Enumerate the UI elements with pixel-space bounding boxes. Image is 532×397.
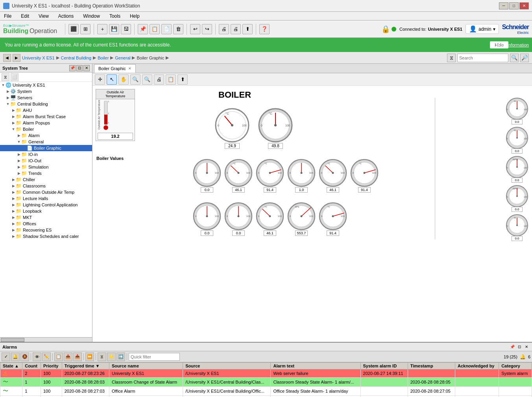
gt-zoom-out-btn[interactable]: 🔍 — [142, 74, 152, 85]
maximize-button[interactable]: □ — [509, 2, 519, 9]
gt-print-btn[interactable]: 🖨 — [154, 74, 164, 85]
close-button[interactable]: ✕ — [519, 2, 529, 9]
col-source-name[interactable]: Source name — [109, 363, 183, 369]
alarm-down-button[interactable]: 📥 — [73, 352, 82, 361]
menu-edit[interactable]: Edit — [18, 13, 31, 20]
bc-general[interactable]: General — [115, 56, 130, 60]
tb-save2-btn[interactable]: 🖫 — [121, 24, 131, 34]
tree-node-io-in[interactable]: ▶ 📁 IO-in — [0, 151, 92, 158]
tree-node-chiller[interactable]: ▶ 📁 Chiller — [0, 176, 92, 183]
tree-node-system[interactable]: ▶ ⚙️ System — [0, 88, 92, 95]
tb-copy-btn[interactable]: 📋 — [150, 24, 160, 34]
tb-print-btn[interactable]: 🖨 — [219, 24, 229, 34]
tree-scroll-area[interactable]: ▼ 🌐 University X ES1 ▶ ⚙️ System ▶ 🖥️ Se… — [0, 82, 92, 337]
tree-node-classrooms[interactable]: ▶ 📁 Classrooms — [0, 183, 92, 189]
tab-close-button[interactable]: ✕ — [128, 67, 131, 70]
nav-back-button[interactable]: ◀ — [3, 54, 11, 62]
tb-export-btn[interactable]: ⬆ — [242, 24, 253, 34]
tree-close-button[interactable]: ✕ — [83, 65, 90, 71]
alarm-bell-off-button[interactable]: 🔕 — [20, 352, 29, 361]
gt-export2-btn[interactable]: ⬆ — [177, 74, 188, 85]
alarm-edit-button[interactable]: ✏️ — [42, 352, 51, 361]
tree-hscrollbar[interactable] — [0, 337, 92, 342]
tb-pin-btn[interactable]: 📌 — [138, 24, 148, 34]
gt-pointer-btn[interactable]: ↖ — [107, 74, 117, 85]
menu-actions[interactable]: Actions — [56, 13, 76, 20]
alarm-row-0[interactable]: ⚠ 2 100 2020-08-27 08:23:26 University X… — [0, 369, 532, 378]
tree-node-ahu[interactable]: ▶ 📁 AHU — [0, 107, 92, 113]
alarm-row-3[interactable]: 〜 1 100 2020-08-28 00:19:32 OverRun Alar… — [0, 396, 532, 397]
tree-node-io-out[interactable]: ▶ 📁 IO-Out — [0, 158, 92, 164]
tb-help-btn[interactable]: ❓ — [259, 24, 270, 34]
tree-node-recovering[interactable]: ▶ 📁 Recovering ES — [0, 227, 92, 233]
alarm-up-button[interactable]: 📤 — [64, 352, 72, 361]
col-timestamp[interactable]: Timestamp — [408, 363, 455, 369]
alarm-ack-button[interactable]: ✓ — [2, 352, 10, 361]
menu-window[interactable]: Window — [81, 13, 102, 20]
tree-node-servers[interactable]: ▶ 🖥️ Servers — [0, 95, 92, 101]
tree-filter-button[interactable]: ⧖ — [2, 73, 9, 81]
tb-redo-btn[interactable]: ↪ — [202, 24, 212, 34]
gt-copy2-btn[interactable]: 📋 — [166, 74, 176, 85]
col-count[interactable]: Count — [22, 363, 41, 369]
tb-add-btn[interactable]: ＋ — [97, 24, 107, 34]
alarm-bell-on-button[interactable]: 🔔 — [11, 352, 20, 361]
tree-node-shadow[interactable]: ▶ 📁 Shadow Schedules and caler — [0, 233, 92, 239]
alarms-close-button[interactable]: ✕ — [523, 344, 530, 350]
tree-node-alarm-popups[interactable]: ▶ 📁 Alarm Popups — [0, 120, 92, 126]
alarm-note-button[interactable]: 📋 — [54, 352, 63, 361]
tree-node-simulation[interactable]: ▶ 📁 Simulation — [0, 164, 92, 170]
tree-node-lecture-halls[interactable]: ▶ 📁 Lecture Halls — [0, 195, 92, 202]
alarm-arrow-button[interactable]: ➡️ — [116, 352, 125, 361]
alarm-star-button[interactable]: ⭐ — [107, 352, 116, 361]
bc-boiler[interactable]: Boiler — [98, 56, 109, 60]
tree-pin-button[interactable]: 📌 — [69, 65, 76, 71]
tree-node-university[interactable]: ▼ 🌐 University X ES1 — [0, 82, 92, 88]
tree-node-loopback[interactable]: ▶ 📁 Loopback — [0, 208, 92, 214]
alarm-filter-button[interactable]: ⧖ — [98, 352, 106, 361]
menu-file[interactable]: File — [2, 13, 14, 20]
tb-grid-btn[interactable]: ⊞ — [80, 24, 91, 34]
col-sys-alarm-id[interactable]: System alarm ID — [360, 363, 408, 369]
tree-node-mkt[interactable]: ▶ 📁 MKT — [0, 214, 92, 221]
minimize-button[interactable]: ─ — [499, 2, 508, 9]
gt-hand-btn[interactable]: ✋ — [118, 74, 129, 85]
more-info-link[interactable]: ℹ More Information — [493, 43, 529, 48]
bc-university[interactable]: University X ES1 — [22, 56, 55, 60]
tb-paste-btn[interactable]: 📄 — [161, 24, 172, 34]
gt-zoom-in-btn[interactable]: 🔍 — [130, 74, 140, 85]
search-button[interactable]: 🔍 — [510, 54, 519, 62]
search-input[interactable] — [457, 54, 508, 62]
breadcrumb-filter-button[interactable]: ⧖ — [447, 54, 456, 62]
tree-expand-button[interactable]: ⬜ — [11, 73, 18, 81]
tab-boiler-graphic[interactable]: Boiler Graphic ✕ — [94, 64, 136, 73]
col-source[interactable]: Source — [183, 363, 271, 369]
menu-tools[interactable]: Tools — [107, 13, 123, 20]
alarm-row-2[interactable]: 〜 1 100 2020-08-28 08:27:03 Office Alarm… — [0, 387, 532, 396]
tree-node-boiler-graphic[interactable]: 📄 Boiler Graphic — [0, 145, 92, 151]
tb-undo-btn[interactable]: ↩ — [190, 24, 200, 34]
menu-view[interactable]: View — [36, 13, 51, 20]
alarms-pin-button[interactable]: 📌 — [509, 344, 515, 350]
tb-delete-btn[interactable]: 🗑 — [173, 24, 183, 34]
alarms-restore-button[interactable]: ⊡ — [516, 344, 523, 350]
user-menu[interactable]: 👤 admin ▾ — [466, 24, 499, 34]
col-state[interactable]: State ▲ — [0, 363, 22, 369]
quick-filter-input[interactable] — [129, 353, 180, 361]
tree-node-common-outside[interactable]: ▶ 📁 Common Outside Air Temp — [0, 189, 92, 195]
tree-node-general[interactable]: ▼ 📁 General — [0, 139, 92, 145]
col-ack-by[interactable]: Acknowledged by — [455, 363, 499, 369]
alarm-eye-button[interactable]: 👁 — [33, 352, 41, 361]
tree-node-offices[interactable]: ▶ 📁 Offices — [0, 221, 92, 227]
search-advanced-button[interactable]: 🔎 — [520, 54, 529, 62]
col-triggered[interactable]: Triggered time ▼ — [62, 363, 109, 369]
col-alarm-text[interactable]: Alarm text — [271, 363, 360, 369]
tree-node-alarm[interactable]: ▶ 📁 Alarm — [0, 132, 92, 139]
col-priority[interactable]: Priority — [41, 363, 62, 369]
tree-restore-button[interactable]: ⊡ — [76, 65, 83, 71]
menu-help[interactable]: Help — [127, 13, 142, 20]
tb-workspace-btn[interactable]: ⬛ — [68, 24, 79, 34]
tree-node-boiler[interactable]: ▼ 📁 Boiler — [0, 126, 92, 132]
tree-node-alarm-burst[interactable]: ▶ 📁 Alarm Burst Test Case — [0, 113, 92, 120]
col-category[interactable]: Category — [499, 363, 532, 369]
